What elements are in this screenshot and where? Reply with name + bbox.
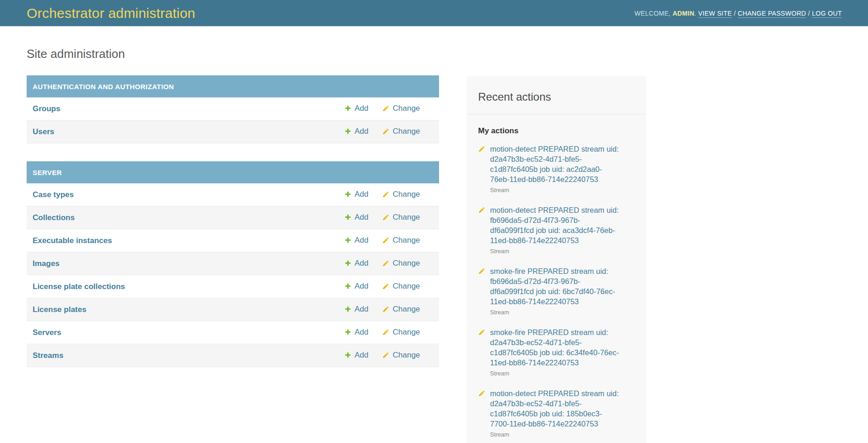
recent-actions-content: My actions motion-detect PREPARED stream… <box>467 114 646 438</box>
change-password-link[interactable]: CHANGE PASSWORD <box>738 10 806 18</box>
username-suffix: . <box>694 10 696 17</box>
change-link-collections[interactable]: Change <box>382 213 420 222</box>
recent-action-link[interactable]: motion-detect PREPARED stream uid: d2a47… <box>490 144 621 184</box>
pencil-icon <box>382 191 389 198</box>
add-link-license-plate-collections[interactable]: Add <box>344 282 368 291</box>
table-row: Executable instances Add Change <box>27 229 439 252</box>
recent-action-link[interactable]: motion-detect PREPARED stream uid: d2a47… <box>490 388 621 429</box>
table-row: Images Add Change <box>27 252 439 275</box>
view-site-link[interactable]: VIEW SITE <box>698 10 732 18</box>
recent-actions-header: Recent actions <box>467 76 646 114</box>
app-header: Orchestrator administration WELCOME, ADM… <box>0 0 868 26</box>
change-link-license-plate-collections[interactable]: Change <box>382 282 420 291</box>
module-server: SERVER Case types Add Change Collections… <box>27 161 439 367</box>
pencil-icon <box>382 128 389 135</box>
model-link-users[interactable]: Users <box>33 127 54 136</box>
app-link-server[interactable]: SERVER <box>33 169 62 176</box>
recent-actions-title: Recent actions <box>478 90 635 104</box>
model-link-case-types[interactable]: Case types <box>33 190 74 199</box>
plus-icon <box>344 214 351 221</box>
pencil-icon <box>382 237 389 244</box>
add-link-images[interactable]: Add <box>344 259 368 268</box>
add-link-case-types[interactable]: Add <box>344 190 368 199</box>
add-link-license-plates[interactable]: Add <box>344 305 368 314</box>
plus-icon <box>344 306 351 312</box>
page-title: Site administration <box>27 46 868 62</box>
list-item: smoke-fire PREPARED stream uid: fb696da5… <box>478 266 635 316</box>
site-brand-link[interactable]: Orchestrator administration <box>27 6 195 21</box>
add-link-servers[interactable]: Add <box>344 328 368 337</box>
content-type-label: Stream <box>490 308 635 316</box>
content-type-label: Stream <box>490 431 635 438</box>
pencil-icon <box>382 283 389 290</box>
my-actions-heading: My actions <box>478 126 635 136</box>
change-link-case-types[interactable]: Change <box>382 190 420 199</box>
pencil-icon <box>382 352 389 359</box>
plus-icon <box>344 105 351 112</box>
main-content: Site administration AUTHENTICATION AND A… <box>0 46 868 367</box>
module-caption-server: SERVER <box>27 161 439 183</box>
plus-icon <box>344 128 351 135</box>
content-type-label: Stream <box>490 369 635 377</box>
change-link-executable-instances[interactable]: Change <box>382 236 420 245</box>
welcome-text: WELCOME, <box>635 10 671 17</box>
list-item: motion-detect PREPARED stream uid: d2a47… <box>478 144 635 194</box>
recent-action-link[interactable]: motion-detect PREPARED stream uid: fb696… <box>490 205 621 245</box>
pencil-icon <box>478 206 485 214</box>
pencil-icon <box>478 390 485 397</box>
change-link-license-plates[interactable]: Change <box>382 305 420 314</box>
model-link-groups[interactable]: Groups <box>33 104 60 113</box>
table-row: Streams Add Change <box>27 344 439 367</box>
module-caption-auth: AUTHENTICATION AND AUTHORIZATION <box>27 75 439 97</box>
model-link-images[interactable]: Images <box>33 259 60 268</box>
pencil-icon <box>478 329 485 336</box>
pencil-icon <box>382 214 389 221</box>
log-out-link[interactable]: LOG OUT <box>812 10 842 18</box>
model-link-streams[interactable]: Streams <box>33 351 63 360</box>
list-item: smoke-fire PREPARED stream uid: d2a47b3b… <box>478 327 635 377</box>
recent-actions-panel: Recent actions My actions motion-detect … <box>467 76 646 443</box>
pencil-icon <box>382 105 389 112</box>
table-row: Collections Add Change <box>27 206 439 229</box>
model-link-executable-instances[interactable]: Executable instances <box>33 236 112 245</box>
add-link-streams[interactable]: Add <box>344 351 368 360</box>
add-link-collections[interactable]: Add <box>344 213 368 222</box>
user-tools: WELCOME, ADMIN. VIEW SITE / CHANGE PASSW… <box>635 10 842 17</box>
add-link-executable-instances[interactable]: Add <box>344 236 368 245</box>
change-link-servers[interactable]: Change <box>382 328 420 337</box>
pencil-icon <box>382 329 389 336</box>
model-link-license-plate-collections[interactable]: License plate collections <box>33 282 125 291</box>
pencil-icon <box>382 306 389 313</box>
pencil-icon <box>478 145 485 153</box>
table-row: Groups Add Change <box>27 97 439 120</box>
recent-action-link[interactable]: smoke-fire PREPARED stream uid: d2a47b3b… <box>490 327 621 368</box>
add-link-users[interactable]: Add <box>344 127 368 136</box>
change-link-images[interactable]: Change <box>382 259 420 268</box>
model-link-servers[interactable]: Servers <box>33 328 61 337</box>
table-row: License plate collections Add Change <box>27 275 439 298</box>
link-separator: / <box>808 10 810 17</box>
table-row: Servers Add Change <box>27 321 439 344</box>
plus-icon <box>344 191 351 198</box>
change-link-groups[interactable]: Change <box>382 104 420 113</box>
table-row: Users Add Change <box>27 120 439 143</box>
change-link-users[interactable]: Change <box>382 127 420 136</box>
content-type-label: Stream <box>490 247 635 255</box>
add-link-groups[interactable]: Add <box>344 104 368 113</box>
list-item: motion-detect PREPARED stream uid: fb696… <box>478 205 635 255</box>
plus-icon <box>344 329 351 335</box>
pencil-icon <box>382 260 389 267</box>
change-link-streams[interactable]: Change <box>382 351 420 360</box>
plus-icon <box>344 352 351 358</box>
module-auth: AUTHENTICATION AND AUTHORIZATION Groups … <box>27 75 439 143</box>
model-link-license-plates[interactable]: License plates <box>33 305 86 314</box>
link-separator: / <box>734 10 736 17</box>
model-link-collections[interactable]: Collections <box>33 213 75 222</box>
plus-icon <box>344 237 351 244</box>
app-link-auth[interactable]: AUTHENTICATION AND AUTHORIZATION <box>33 83 174 91</box>
table-row: Case types Add Change <box>27 183 439 206</box>
content-type-label: Stream <box>490 186 635 194</box>
table-row: License plates Add Change <box>27 298 439 321</box>
recent-action-link[interactable]: smoke-fire PREPARED stream uid: fb696da5… <box>490 266 621 307</box>
username: ADMIN <box>672 10 694 17</box>
